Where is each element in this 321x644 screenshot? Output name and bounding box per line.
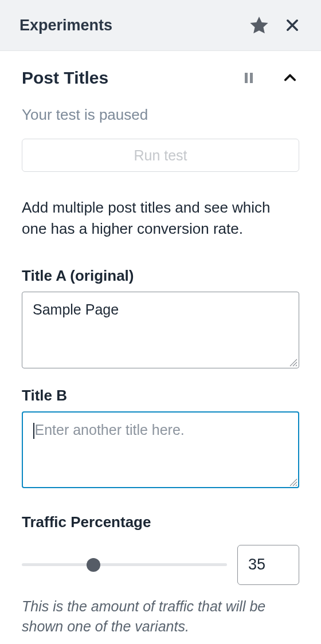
chevron-up-icon[interactable]: [281, 69, 299, 87]
test-status: Your test is paused: [22, 106, 299, 124]
title-b-input[interactable]: Enter another title here.: [22, 411, 299, 488]
run-test-label: Run test: [134, 147, 187, 164]
title-b-placeholder: Enter another title here.: [35, 422, 185, 438]
svg-rect-0: [245, 73, 248, 83]
panel-header: Experiments: [0, 0, 321, 51]
traffic-value-text: 35: [248, 556, 265, 574]
title-a-group: Title A (original) Sample Page: [22, 267, 299, 368]
title-a-label: Title A (original): [22, 267, 299, 285]
title-a-input[interactable]: Sample Page: [22, 292, 299, 368]
pause-icon[interactable]: [240, 69, 258, 87]
section-title: Post Titles: [22, 68, 240, 88]
panel-title: Experiments: [19, 17, 237, 34]
svg-rect-1: [250, 73, 253, 83]
traffic-slider[interactable]: [22, 558, 227, 572]
traffic-help-text: This is the amount of traffic that will …: [22, 596, 299, 637]
traffic-section: Traffic Percentage 35 This is the amount…: [22, 513, 299, 637]
title-a-value: Sample Page: [33, 301, 119, 317]
slider-thumb[interactable]: [87, 558, 100, 572]
run-test-button[interactable]: Run test: [22, 139, 299, 172]
title-b-label: Title B: [22, 387, 299, 405]
star-icon[interactable]: [248, 14, 271, 37]
title-b-group: Title B Enter another title here.: [22, 387, 299, 488]
close-icon[interactable]: [281, 14, 304, 37]
text-cursor: [33, 423, 34, 439]
traffic-label: Traffic Percentage: [22, 513, 299, 531]
slider-track: [22, 563, 227, 566]
traffic-value-input[interactable]: 35: [237, 545, 299, 585]
section-header: Post Titles: [1, 51, 320, 99]
section-description: Add multiple post titles and see which o…: [22, 197, 299, 239]
